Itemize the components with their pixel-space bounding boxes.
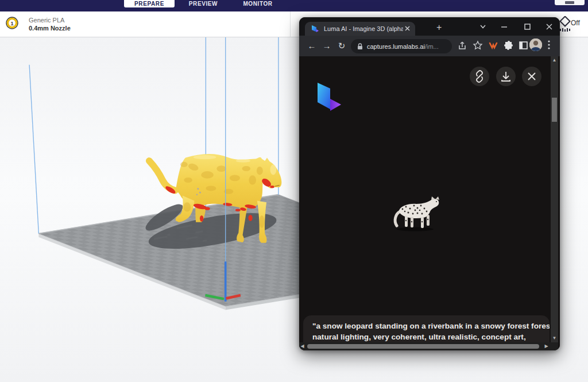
nozzle-size: 0.4mm Nozzle <box>29 25 71 32</box>
prompt-line: natural lighting, very coherent, ultra r… <box>312 331 540 342</box>
lock-icon <box>356 43 364 51</box>
address-path: /im... <box>425 43 439 50</box>
tab-title: Luma AI - Imagine 3D (alpha) <box>324 25 403 32</box>
scroll-left-icon[interactable]: ◀ <box>299 344 306 349</box>
marketplace-button-fragment[interactable] <box>555 0 585 5</box>
scroll-right-icon[interactable]: ▶ <box>543 344 550 349</box>
menu-kebab-icon[interactable] <box>546 39 552 51</box>
material-selector[interactable]: 1 <box>6 17 20 30</box>
horizontal-scroll-thumb[interactable] <box>307 344 539 349</box>
material-name: Generic PLA <box>29 17 64 24</box>
configuration-panel-divider <box>290 11 291 37</box>
bookmark-star-icon[interactable] <box>473 40 483 51</box>
download-button[interactable] <box>496 67 516 86</box>
copy-link-button[interactable] <box>470 67 489 86</box>
cura-stage-bar: PREPARE PREVIEW MONITOR <box>0 0 588 11</box>
minimize-icon[interactable] <box>500 22 508 30</box>
address-domain: captures.lumalabs.ai <box>367 43 425 50</box>
scroll-up-icon[interactable]: ▲ <box>551 57 558 63</box>
luma-page: "a snow leopard standing on a riverbank … <box>299 56 560 350</box>
reload-icon[interactable]: ↻ <box>336 40 347 52</box>
stage-tab-monitor[interactable]: MONITOR <box>239 0 277 7</box>
profile-avatar[interactable] <box>529 38 542 51</box>
browser-tab-luma[interactable]: Luma AI - Imagine 3D (alpha) <box>305 22 415 36</box>
new-tab-button[interactable]: + <box>436 22 442 33</box>
prompt-line: "a snow leopard standing on a riverbank … <box>312 321 540 331</box>
browser-tabstrip: Luma AI - Imagine 3D (alpha) + <box>299 17 560 36</box>
window-close-icon[interactable] <box>545 22 553 30</box>
scroll-down-icon[interactable]: ▼ <box>551 335 558 341</box>
camera-view-state: Off <box>571 19 580 27</box>
close-capture-button[interactable] <box>522 67 541 86</box>
extruder-number: 1 <box>10 21 13 26</box>
snow-leopard-render[interactable] <box>391 194 446 232</box>
browser-window[interactable]: Luma AI - Imagine 3D (alpha) + ← → ↻ <box>299 17 560 350</box>
luma-logo <box>314 79 343 114</box>
vertical-scroll-thumb[interactable] <box>552 98 557 122</box>
stage-tab-preview[interactable]: PREVIEW <box>185 0 222 7</box>
address-bar[interactable]: captures.lumalabs.ai/im... <box>351 39 452 53</box>
extension-orange-icon[interactable] <box>488 41 498 50</box>
luma-favicon <box>310 24 319 33</box>
share-icon[interactable] <box>458 41 468 51</box>
extruder-badge-icon: 1 <box>6 17 20 30</box>
tab-close-icon[interactable] <box>403 24 412 33</box>
maximize-icon[interactable] <box>523 22 531 30</box>
stage-tab-prepare[interactable]: PREPARE <box>124 0 175 7</box>
back-icon[interactable]: ← <box>306 40 318 52</box>
extensions-puzzle-icon[interactable] <box>504 40 514 51</box>
forward-icon[interactable]: → <box>321 40 332 52</box>
chevron-down-icon[interactable] <box>479 22 487 30</box>
side-panel-icon[interactable] <box>519 41 528 50</box>
horizontal-scrollbar[interactable]: ◀ ▶ <box>299 342 558 350</box>
